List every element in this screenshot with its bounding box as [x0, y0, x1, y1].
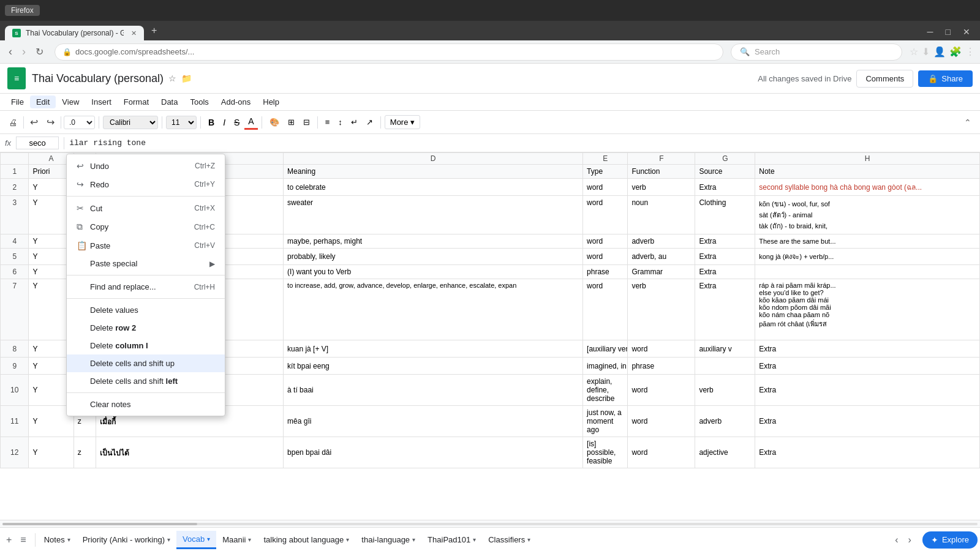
cell[interactable]: kuan jà [+ V] — [284, 340, 583, 358]
cell[interactable]: word — [583, 196, 628, 234]
row-number[interactable]: 4 — [1, 234, 29, 249]
address-bar[interactable]: 🔒 docs.google.com/spreadsheets/... — [55, 43, 723, 61]
more-formats-button[interactable]: More ▾ — [385, 115, 420, 129]
cell[interactable]: Y — [29, 437, 74, 468]
cell[interactable]: Grammar — [628, 265, 695, 279]
cell[interactable]: Extra — [755, 358, 980, 375]
undo-toolbar-button[interactable]: ↩ — [26, 114, 42, 130]
cell[interactable] — [695, 358, 755, 375]
cell[interactable]: adverb — [695, 406, 755, 437]
redo-toolbar-button[interactable]: ↪ — [43, 114, 58, 130]
cell[interactable]: Meaning — [284, 165, 583, 179]
cell[interactable]: word — [628, 437, 695, 468]
tab-scroll-left-button[interactable]: ‹ — [891, 533, 902, 547]
cell[interactable]: just now, a moment ago — [583, 406, 628, 437]
col-header-g[interactable]: G — [695, 153, 755, 165]
cell[interactable]: word — [628, 375, 695, 406]
valign-button[interactable]: ↕ — [334, 116, 346, 129]
firefox-menu-button[interactable]: Firefox — [5, 5, 40, 16]
zoom-select[interactable]: .0.00123 — [64, 116, 95, 129]
cell[interactable]: (I) want you to Verb — [284, 265, 583, 279]
row-number[interactable]: 2 — [1, 179, 29, 196]
font-select[interactable]: Calibri — [103, 116, 158, 129]
cell[interactable]: bpen bpai dâi — [284, 437, 583, 468]
menu-help[interactable]: Help — [257, 96, 285, 108]
cell[interactable] — [755, 265, 980, 279]
comments-button[interactable]: Comments — [856, 70, 913, 88]
bold-button[interactable]: B — [205, 116, 218, 129]
menu-data[interactable]: Data — [155, 96, 184, 108]
cell[interactable]: phrase — [583, 265, 628, 279]
cell[interactable]: Extra — [695, 234, 755, 249]
sheet-tab-priority[interactable]: Priority (Anki - working) ▾ — [77, 531, 176, 548]
cell[interactable]: Note — [755, 165, 980, 179]
folder-icon[interactable]: 📁 — [181, 73, 192, 83]
border-button[interactable]: ⊞ — [284, 116, 298, 129]
cell[interactable]: verb — [628, 179, 695, 196]
font-color-button[interactable]: A — [244, 114, 257, 130]
menu-cut[interactable]: ✂ Cut Ctrl+X — [67, 199, 225, 217]
row-number[interactable]: 6 — [1, 265, 29, 279]
cell[interactable]: Extra — [695, 249, 755, 265]
minimize-button[interactable]: ─ — [922, 26, 938, 38]
cell[interactable]: Source — [695, 165, 755, 179]
cell[interactable]: [is] possible, feasible — [583, 437, 628, 468]
cell[interactable]: probably, likely — [284, 249, 583, 265]
cell[interactable]: Extra — [755, 437, 980, 468]
cell[interactable]: auxiliary v — [695, 340, 755, 358]
cell[interactable]: word — [583, 234, 628, 249]
cell[interactable]: Extra — [755, 340, 980, 358]
menu-delete-row2[interactable]: Delete row 2 — [67, 319, 225, 337]
col-header-h[interactable]: H — [755, 153, 980, 165]
cell[interactable]: Extra — [695, 279, 755, 340]
row-number[interactable]: 9 — [1, 358, 29, 375]
cell[interactable]: kít bpai eeng — [284, 358, 583, 375]
maximize-button[interactable]: □ — [941, 26, 956, 38]
row-number[interactable]: 12 — [1, 437, 29, 468]
cell[interactable]: word — [628, 406, 695, 437]
sheet-tab-vocab[interactable]: Vocab ▾ — [176, 531, 216, 549]
cell[interactable]: Extra — [695, 265, 755, 279]
cell[interactable]: explain, define, describe — [583, 375, 628, 406]
profile-icon[interactable]: 👤 — [933, 46, 946, 58]
active-browser-tab[interactable]: S Thai Vocabulary (personal) - G... ✕ — [5, 26, 144, 40]
cell[interactable]: verb — [695, 375, 755, 406]
cell[interactable]: ráp à rai pãam mãi kráp...else you'd lik… — [755, 279, 980, 340]
strikethrough-button[interactable]: S — [230, 116, 243, 129]
menu-file[interactable]: File — [5, 96, 30, 108]
sheet-tab-thailanguage[interactable]: thai-language ▾ — [355, 531, 421, 548]
cell[interactable]: [auxiliary verb, future tense] ought to — [583, 340, 628, 358]
print-button[interactable]: 🖨 — [5, 116, 21, 129]
sheet-tab-thaipad101[interactable]: ThaiPad101 ▾ — [421, 531, 482, 548]
italic-button[interactable]: I — [219, 116, 229, 129]
menu-redo[interactable]: ↪ Redo Ctrl+Y — [67, 175, 225, 193]
cell[interactable]: kõn (ขน) - wool, fur, sofsàt (สัตว์) - a… — [755, 196, 980, 234]
browser-search-bar[interactable]: 🔍 Search — [731, 43, 902, 61]
menu-delete-cells-shift-left[interactable]: Delete cells and shift left — [67, 372, 225, 390]
menu-paste-special[interactable]: Paste special ▶ — [67, 255, 225, 272]
cell[interactable]: kong jà (คงจะ) + verb/p... — [755, 249, 980, 265]
cell[interactable]: Extra — [755, 375, 980, 406]
cell[interactable]: maybe, perhaps, might — [284, 234, 583, 249]
cell[interactable]: Function — [628, 165, 695, 179]
collapse-toolbar-button[interactable]: ⌃ — [960, 116, 975, 129]
cell[interactable]: word — [583, 179, 628, 196]
cell[interactable]: word — [583, 279, 628, 340]
settings-icon[interactable]: ⋮ — [965, 46, 975, 58]
col-header-d[interactable]: D — [284, 153, 583, 165]
cell-ref-input[interactable] — [16, 137, 59, 149]
cell[interactable]: à tí baai — [284, 375, 583, 406]
cell[interactable]: noun — [628, 196, 695, 234]
menu-paste[interactable]: 📋 Paste Ctrl+V — [67, 236, 225, 255]
share-button[interactable]: 🔒 Share — [918, 70, 973, 87]
cell[interactable]: mêa gîi — [284, 406, 583, 437]
forward-button[interactable]: › — [18, 44, 29, 59]
row-number[interactable]: 11 — [1, 406, 29, 437]
cell[interactable]: These are the same but... — [755, 234, 980, 249]
align-button[interactable]: ≡ — [322, 116, 334, 129]
row-number[interactable]: 5 — [1, 249, 29, 265]
sheet-tab-notes[interactable]: Notes ▾ — [38, 531, 77, 548]
sheet-tab-talking[interactable]: talking about language ▾ — [257, 531, 355, 548]
menu-view[interactable]: View — [56, 96, 85, 108]
col-header-f[interactable]: F — [628, 153, 695, 165]
